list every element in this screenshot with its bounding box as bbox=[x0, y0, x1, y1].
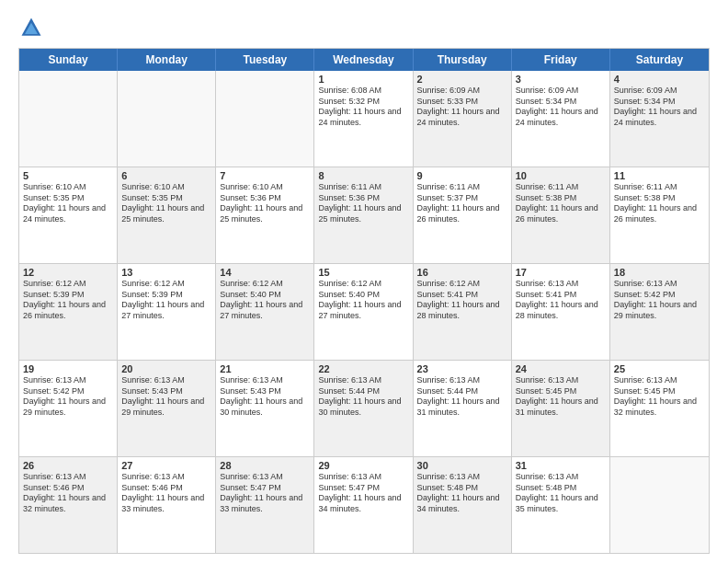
calendar-row: 1Sunrise: 6:08 AM Sunset: 5:32 PM Daylig… bbox=[19, 71, 709, 167]
day-number: 10 bbox=[516, 170, 606, 181]
calendar-row: 26Sunrise: 6:13 AM Sunset: 5:46 PM Dayli… bbox=[19, 457, 709, 553]
day-number: 2 bbox=[417, 74, 507, 85]
calendar-cell: 24Sunrise: 6:13 AM Sunset: 5:45 PM Dayli… bbox=[512, 361, 610, 456]
day-number: 31 bbox=[516, 460, 606, 471]
day-info: Sunrise: 6:13 AM Sunset: 5:48 PM Dayligh… bbox=[516, 472, 606, 515]
logo bbox=[18, 15, 48, 40]
day-number: 15 bbox=[318, 267, 408, 278]
day-number: 30 bbox=[417, 460, 507, 471]
weekday-header: Monday bbox=[118, 49, 216, 71]
calendar-row: 12Sunrise: 6:12 AM Sunset: 5:39 PM Dayli… bbox=[19, 264, 709, 361]
calendar-cell: 12Sunrise: 6:12 AM Sunset: 5:39 PM Dayli… bbox=[19, 264, 118, 360]
day-info: Sunrise: 6:10 AM Sunset: 5:35 PM Dayligh… bbox=[121, 182, 211, 225]
logo-icon bbox=[18, 15, 44, 40]
calendar-cell: 8Sunrise: 6:11 AM Sunset: 5:36 PM Daylig… bbox=[314, 167, 413, 263]
calendar-cell: 14Sunrise: 6:12 AM Sunset: 5:40 PM Dayli… bbox=[216, 264, 314, 360]
day-number: 8 bbox=[318, 170, 408, 181]
day-number: 23 bbox=[417, 363, 507, 374]
day-info: Sunrise: 6:13 AM Sunset: 5:42 PM Dayligh… bbox=[23, 375, 113, 419]
calendar-body: 1Sunrise: 6:08 AM Sunset: 5:32 PM Daylig… bbox=[19, 71, 709, 553]
weekday-header: Tuesday bbox=[216, 49, 314, 71]
calendar-cell: 16Sunrise: 6:12 AM Sunset: 5:41 PM Dayli… bbox=[414, 264, 512, 360]
calendar-cell: 9Sunrise: 6:11 AM Sunset: 5:37 PM Daylig… bbox=[414, 167, 512, 263]
day-info: Sunrise: 6:13 AM Sunset: 5:45 PM Dayligh… bbox=[516, 375, 606, 419]
weekday-header: Wednesday bbox=[314, 49, 413, 71]
day-info: Sunrise: 6:13 AM Sunset: 5:42 PM Dayligh… bbox=[614, 279, 705, 322]
calendar-cell: 21Sunrise: 6:13 AM Sunset: 5:43 PM Dayli… bbox=[216, 361, 314, 456]
day-info: Sunrise: 6:12 AM Sunset: 5:39 PM Dayligh… bbox=[23, 279, 113, 322]
calendar-cell: 27Sunrise: 6:13 AM Sunset: 5:46 PM Dayli… bbox=[118, 457, 216, 553]
calendar-cell: 6Sunrise: 6:10 AM Sunset: 5:35 PM Daylig… bbox=[118, 167, 216, 263]
day-info: Sunrise: 6:13 AM Sunset: 5:46 PM Dayligh… bbox=[121, 472, 211, 515]
day-number: 22 bbox=[318, 363, 408, 374]
calendar-cell: 15Sunrise: 6:12 AM Sunset: 5:40 PM Dayli… bbox=[314, 264, 413, 360]
day-number: 24 bbox=[516, 363, 606, 374]
day-info: Sunrise: 6:13 AM Sunset: 5:44 PM Dayligh… bbox=[417, 375, 507, 419]
calendar-cell bbox=[19, 71, 118, 167]
day-info: Sunrise: 6:13 AM Sunset: 5:43 PM Dayligh… bbox=[121, 375, 211, 419]
day-number: 27 bbox=[121, 460, 211, 471]
day-number: 13 bbox=[121, 267, 211, 278]
day-info: Sunrise: 6:11 AM Sunset: 5:38 PM Dayligh… bbox=[516, 182, 606, 225]
calendar-cell: 20Sunrise: 6:13 AM Sunset: 5:43 PM Dayli… bbox=[118, 361, 216, 456]
calendar-cell: 2Sunrise: 6:09 AM Sunset: 5:33 PM Daylig… bbox=[414, 71, 512, 167]
day-info: Sunrise: 6:12 AM Sunset: 5:39 PM Dayligh… bbox=[121, 279, 211, 322]
day-info: Sunrise: 6:12 AM Sunset: 5:41 PM Dayligh… bbox=[417, 279, 507, 322]
weekday-header: Saturday bbox=[610, 49, 709, 71]
calendar-cell: 26Sunrise: 6:13 AM Sunset: 5:46 PM Dayli… bbox=[19, 457, 118, 553]
day-info: Sunrise: 6:13 AM Sunset: 5:44 PM Dayligh… bbox=[318, 375, 408, 419]
day-number: 26 bbox=[23, 460, 113, 471]
calendar-cell: 7Sunrise: 6:10 AM Sunset: 5:36 PM Daylig… bbox=[216, 167, 314, 263]
calendar-cell: 18Sunrise: 6:13 AM Sunset: 5:42 PM Dayli… bbox=[610, 264, 709, 360]
calendar-row: 19Sunrise: 6:13 AM Sunset: 5:42 PM Dayli… bbox=[19, 361, 709, 457]
day-number: 28 bbox=[220, 460, 310, 471]
calendar-cell: 4Sunrise: 6:09 AM Sunset: 5:34 PM Daylig… bbox=[610, 71, 709, 167]
day-number: 18 bbox=[614, 267, 705, 278]
day-number: 21 bbox=[220, 363, 310, 374]
calendar-row: 5Sunrise: 6:10 AM Sunset: 5:35 PM Daylig… bbox=[19, 167, 709, 264]
day-info: Sunrise: 6:10 AM Sunset: 5:36 PM Dayligh… bbox=[220, 182, 310, 225]
weekday-header: Thursday bbox=[414, 49, 512, 71]
day-number: 12 bbox=[23, 267, 113, 278]
page: SundayMondayTuesdayWednesdayThursdayFrid… bbox=[0, 0, 728, 563]
day-number: 11 bbox=[614, 170, 705, 181]
day-info: Sunrise: 6:13 AM Sunset: 5:47 PM Dayligh… bbox=[220, 472, 310, 515]
calendar-cell: 17Sunrise: 6:13 AM Sunset: 5:41 PM Dayli… bbox=[512, 264, 610, 360]
day-number: 3 bbox=[516, 74, 606, 85]
calendar: SundayMondayTuesdayWednesdayThursdayFrid… bbox=[18, 48, 710, 554]
day-number: 29 bbox=[318, 460, 408, 471]
calendar-cell: 5Sunrise: 6:10 AM Sunset: 5:35 PM Daylig… bbox=[19, 167, 118, 263]
day-info: Sunrise: 6:10 AM Sunset: 5:35 PM Dayligh… bbox=[23, 182, 113, 225]
calendar-cell: 10Sunrise: 6:11 AM Sunset: 5:38 PM Dayli… bbox=[512, 167, 610, 263]
day-info: Sunrise: 6:08 AM Sunset: 5:32 PM Dayligh… bbox=[318, 86, 408, 129]
weekday-header: Friday bbox=[512, 49, 610, 71]
calendar-cell: 31Sunrise: 6:13 AM Sunset: 5:48 PM Dayli… bbox=[512, 457, 610, 553]
calendar-header: SundayMondayTuesdayWednesdayThursdayFrid… bbox=[19, 49, 709, 71]
day-info: Sunrise: 6:11 AM Sunset: 5:36 PM Dayligh… bbox=[318, 182, 408, 225]
day-info: Sunrise: 6:13 AM Sunset: 5:46 PM Dayligh… bbox=[23, 472, 113, 515]
day-number: 9 bbox=[417, 170, 507, 181]
day-info: Sunrise: 6:13 AM Sunset: 5:41 PM Dayligh… bbox=[516, 279, 606, 322]
calendar-cell: 1Sunrise: 6:08 AM Sunset: 5:32 PM Daylig… bbox=[314, 71, 413, 167]
day-info: Sunrise: 6:13 AM Sunset: 5:48 PM Dayligh… bbox=[417, 472, 507, 515]
calendar-cell: 25Sunrise: 6:13 AM Sunset: 5:45 PM Dayli… bbox=[610, 361, 709, 456]
day-info: Sunrise: 6:13 AM Sunset: 5:43 PM Dayligh… bbox=[220, 375, 310, 419]
day-info: Sunrise: 6:09 AM Sunset: 5:33 PM Dayligh… bbox=[417, 86, 507, 129]
calendar-cell bbox=[216, 71, 314, 167]
calendar-cell: 28Sunrise: 6:13 AM Sunset: 5:47 PM Dayli… bbox=[216, 457, 314, 553]
day-number: 6 bbox=[121, 170, 211, 181]
day-number: 1 bbox=[318, 74, 408, 85]
day-info: Sunrise: 6:13 AM Sunset: 5:47 PM Dayligh… bbox=[318, 472, 408, 515]
day-info: Sunrise: 6:09 AM Sunset: 5:34 PM Dayligh… bbox=[614, 86, 705, 129]
calendar-cell: 23Sunrise: 6:13 AM Sunset: 5:44 PM Dayli… bbox=[414, 361, 512, 456]
header bbox=[18, 15, 710, 40]
day-number: 25 bbox=[614, 363, 705, 374]
day-number: 16 bbox=[417, 267, 507, 278]
day-info: Sunrise: 6:09 AM Sunset: 5:34 PM Dayligh… bbox=[516, 86, 606, 129]
day-number: 17 bbox=[516, 267, 606, 278]
weekday-header: Sunday bbox=[19, 49, 118, 71]
calendar-cell: 3Sunrise: 6:09 AM Sunset: 5:34 PM Daylig… bbox=[512, 71, 610, 167]
day-info: Sunrise: 6:12 AM Sunset: 5:40 PM Dayligh… bbox=[220, 279, 310, 322]
day-info: Sunrise: 6:11 AM Sunset: 5:37 PM Dayligh… bbox=[417, 182, 507, 225]
day-info: Sunrise: 6:13 AM Sunset: 5:45 PM Dayligh… bbox=[614, 375, 705, 419]
